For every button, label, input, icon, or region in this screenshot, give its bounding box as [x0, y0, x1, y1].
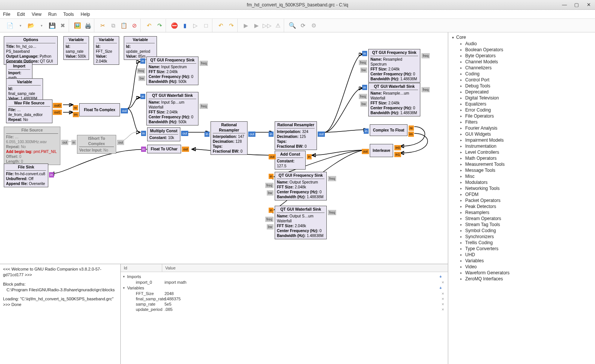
- port-in[interactable]: in: [269, 132, 274, 137]
- port-im[interactable]: im: [73, 112, 79, 117]
- menu-run[interactable]: Run: [48, 12, 57, 17]
- remove-icon[interactable]: ×: [442, 280, 444, 284]
- tree-item[interactable]: Symbol Coding: [452, 228, 591, 234]
- port-out[interactable]: out: [269, 154, 276, 159]
- tree-item[interactable]: Deprecated: [452, 89, 591, 95]
- add-import-icon[interactable]: +: [440, 274, 442, 279]
- block-ishort-to-complex[interactable]: IShort To Complex Vector Input: No in ou…: [77, 135, 116, 154]
- undo-icon[interactable]: ↶: [145, 22, 153, 29]
- port-freq-out[interactable]: freq: [200, 104, 208, 109]
- cut-icon[interactable]: ✂: [99, 22, 106, 29]
- tree-item[interactable]: Misc: [452, 173, 591, 179]
- close-file-icon[interactable]: ✖: [59, 22, 66, 29]
- menu-file[interactable]: File: [3, 12, 10, 17]
- tree-item[interactable]: Packet Operators: [452, 197, 591, 203]
- port-in[interactable]: in: [362, 51, 367, 56]
- tree-item[interactable]: GUI Widgets: [452, 131, 591, 137]
- port-out[interactable]: out: [248, 132, 255, 137]
- redo-icon[interactable]: ↷: [156, 22, 163, 29]
- block-float-to-uchar[interactable]: Float To UChar in out: [147, 145, 181, 153]
- save-icon[interactable]: 💾: [48, 22, 56, 29]
- tree-item[interactable]: Waveform Generators: [452, 270, 591, 276]
- port-bw[interactable]: bw: [360, 101, 367, 107]
- warning-icon[interactable]: ⚠: [274, 22, 281, 29]
- reload-icon[interactable]: ⟳: [299, 22, 307, 29]
- port-in1[interactable]: in1: [394, 152, 401, 157]
- block-options[interactable]: Options Title: fm_hd_co…PS_baseband Outp…: [4, 36, 58, 65]
- port-bw[interactable]: bw: [360, 67, 367, 73]
- block-tree[interactable]: Core AudioBoolean OperatorsByte Operator…: [448, 32, 595, 364]
- tree-item[interactable]: Synchronizers: [452, 234, 591, 240]
- block-wav-file-source[interactable]: Wav File Source File: …ile_from_data_edt…: [6, 99, 52, 123]
- tree-item[interactable]: Level Controllers: [452, 149, 591, 155]
- tree-root-core[interactable]: Core: [452, 35, 591, 40]
- block-variable-fft-size[interactable]: Variable Id: FFT_Size Value: 2.048k: [94, 36, 119, 65]
- port-re[interactable]: re: [73, 105, 78, 110]
- port-freq-out[interactable]: freq: [421, 87, 430, 92]
- error-icon[interactable]: ⛔: [171, 22, 178, 29]
- port-freq[interactable]: freq: [359, 94, 367, 99]
- port-out[interactable]: out: [181, 131, 188, 136]
- block-waterfall-sink-resampled[interactable]: QT GUI Waterfall Sink Name: Resample…um …: [368, 83, 420, 116]
- tree-item[interactable]: Equalizers: [452, 101, 591, 107]
- port-in[interactable]: in: [49, 172, 54, 177]
- block-waterfall-sink-input[interactable]: QT GUI Waterfall Sink Name: Input Sp…um …: [146, 92, 198, 125]
- remove-icon[interactable]: ×: [442, 291, 444, 296]
- port-in[interactable]: in: [141, 131, 146, 136]
- port-out[interactable]: out: [117, 140, 124, 145]
- block-freq-sink-resampled[interactable]: QT GUI Frequency Sink Name: Resampled Sp…: [368, 49, 420, 83]
- port-bw[interactable]: bw: [138, 76, 145, 81]
- screenshot-icon[interactable]: 🖼️: [74, 22, 81, 29]
- tree-item[interactable]: Channelizers: [452, 65, 591, 71]
- port-in[interactable]: in: [269, 208, 274, 213]
- block-freq-sink-input[interactable]: QT GUI Frequency Sink Name: Input Spectr…: [146, 57, 198, 85]
- tree-item[interactable]: Filters: [452, 119, 591, 125]
- tree-item[interactable]: Stream Operators: [452, 216, 591, 222]
- port-out[interactable]: out: [182, 147, 189, 152]
- disable-icon[interactable]: ▶: [253, 22, 260, 29]
- run-icon[interactable]: ▷: [192, 22, 199, 29]
- paste-icon[interactable]: 📋: [120, 22, 128, 29]
- tree-item[interactable]: Math Operators: [452, 155, 591, 161]
- tree-item[interactable]: Variables: [452, 258, 591, 264]
- port-out[interactable]: out: [318, 132, 325, 137]
- tree-item[interactable]: Debug Tools: [452, 83, 591, 89]
- tree-item[interactable]: Resamplers: [452, 210, 591, 216]
- port-out0[interactable]: out0: [53, 103, 62, 108]
- block-rational-resampler-1[interactable]: Rational Resampler Interpolation: 147 De…: [211, 121, 248, 155]
- tree-item[interactable]: Audio: [452, 41, 591, 47]
- tree-item[interactable]: Message Tools: [452, 167, 591, 173]
- remove-icon[interactable]: ×: [442, 302, 444, 306]
- remove-icon[interactable]: ×: [442, 297, 444, 301]
- block-interleave[interactable]: Interleave out in0 in1: [370, 144, 393, 157]
- block-float-to-complex[interactable]: Float To Complex re im out: [79, 103, 120, 116]
- block-variable-samp-rate[interactable]: Variable Id: samp_rate Value: 500k: [63, 36, 89, 60]
- menu-edit[interactable]: Edit: [17, 12, 25, 17]
- tree-item[interactable]: Instrumentation: [452, 143, 591, 149]
- tree-item[interactable]: Coding: [452, 71, 591, 77]
- port-freq-out[interactable]: freq: [328, 210, 336, 215]
- port-freq[interactable]: freq: [265, 217, 274, 222]
- block-multiply-const[interactable]: Multiply Const Constant: 10k in out: [147, 127, 180, 141]
- port-im[interactable]: im: [408, 132, 414, 137]
- stop-icon[interactable]: □: [202, 22, 210, 29]
- variables-icon[interactable]: ▮: [181, 22, 189, 29]
- tree-item[interactable]: UHD: [452, 252, 591, 258]
- port-in[interactable]: in: [307, 154, 312, 159]
- port-freq[interactable]: freq: [137, 68, 145, 73]
- tree-item[interactable]: Channel Models: [452, 59, 591, 65]
- port-bw[interactable]: bw: [267, 190, 274, 196]
- port-re[interactable]: re: [409, 125, 414, 131]
- minimize-icon[interactable]: —: [560, 1, 569, 8]
- search-icon[interactable]: 🔍: [289, 22, 296, 29]
- close-icon[interactable]: ✕: [584, 1, 593, 8]
- new-icon[interactable]: 📄: [6, 22, 14, 29]
- port-freq[interactable]: freq: [359, 60, 367, 65]
- flowgraph-canvas[interactable]: Options Title: fm_hd_co…PS_baseband Outp…: [0, 32, 448, 264]
- block-file-source[interactable]: File Source File: …6.055_100.300MHz.wav …: [4, 127, 60, 165]
- port-freq[interactable]: freq: [265, 183, 274, 188]
- remove-icon[interactable]: ×: [442, 307, 444, 312]
- port-in[interactable]: in: [364, 128, 369, 134]
- tree-item[interactable]: Error Coding: [452, 107, 591, 113]
- add-variable-icon[interactable]: +: [440, 286, 442, 290]
